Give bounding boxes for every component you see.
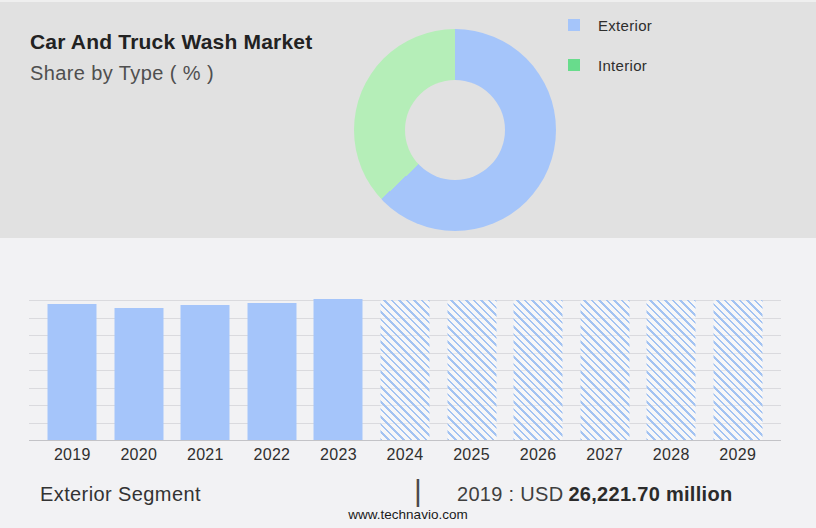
legend-item-interior: Interior — [568, 56, 652, 74]
forecast-bar-2026 — [514, 300, 563, 440]
x-tick-label-2025: 2025 — [438, 446, 505, 464]
bar-slot-2026 — [505, 300, 572, 440]
top-panel: Car And Truck Wash Market Share by Type … — [0, 0, 816, 238]
donut-hole — [405, 80, 505, 180]
bar-chart-plot — [29, 300, 781, 440]
website-url: www.technavio.com — [0, 507, 816, 522]
footer-value: 2019 : USD26,221.70 million — [457, 483, 732, 506]
x-tick-label-2019: 2019 — [39, 446, 106, 464]
legend-label: Exterior — [598, 17, 652, 34]
bar-slot-2025 — [438, 300, 505, 440]
segment-label: Exterior Segment — [40, 483, 201, 506]
x-tick-label-2028: 2028 — [638, 446, 705, 464]
forecast-bar-2024 — [381, 300, 430, 440]
bar-2020 — [114, 308, 163, 440]
bar-slot-2029 — [704, 300, 771, 440]
legend: ExteriorInterior — [568, 16, 652, 96]
bar-slots — [29, 300, 781, 440]
x-tick-label-2027: 2027 — [571, 446, 638, 464]
x-tick-label-2026: 2026 — [505, 446, 572, 464]
x-tick-label-2024: 2024 — [372, 446, 439, 464]
value-prefix: 2019 : USD — [457, 483, 563, 505]
bar-slot-2023 — [305, 300, 372, 440]
legend-swatch-icon — [568, 59, 580, 71]
x-axis-labels: 2019202020212022202320242025202620272028… — [29, 446, 781, 464]
x-tick-label-2020: 2020 — [106, 446, 173, 464]
bar-slot-2028 — [638, 300, 705, 440]
bar-slot-2027 — [571, 300, 638, 440]
header: Car And Truck Wash Market Share by Type … — [30, 30, 312, 85]
bar-slot-2024 — [372, 300, 439, 440]
bar-slot-2022 — [239, 300, 306, 440]
infographic: Car And Truck Wash Market Share by Type … — [0, 0, 816, 528]
legend-label: Interior — [598, 57, 647, 74]
footer-divider: | — [414, 474, 422, 508]
legend-swatch-icon — [568, 19, 580, 31]
donut-chart — [354, 29, 556, 231]
legend-item-exterior: Exterior — [568, 16, 652, 34]
value-amount: 26,221.70 million — [568, 483, 732, 505]
bar-2021 — [181, 305, 230, 440]
x-tick-label-2029: 2029 — [704, 446, 771, 464]
x-tick-label-2022: 2022 — [239, 446, 306, 464]
x-tick-label-2021: 2021 — [172, 446, 239, 464]
page-title: Car And Truck Wash Market — [30, 30, 312, 54]
page-subtitle: Share by Type ( % ) — [30, 62, 312, 85]
forecast-bar-2028 — [647, 300, 696, 440]
bar-2023 — [314, 299, 363, 440]
bar-slot-2019 — [39, 300, 106, 440]
forecast-bar-2027 — [580, 300, 629, 440]
bar-2019 — [48, 304, 97, 441]
x-axis-line — [29, 440, 781, 441]
bar-slot-2021 — [172, 300, 239, 440]
forecast-bar-2025 — [447, 300, 496, 440]
x-tick-label-2023: 2023 — [305, 446, 372, 464]
bar-slot-2020 — [106, 300, 173, 440]
forecast-bar-2029 — [713, 300, 762, 440]
bar-2022 — [247, 303, 296, 440]
